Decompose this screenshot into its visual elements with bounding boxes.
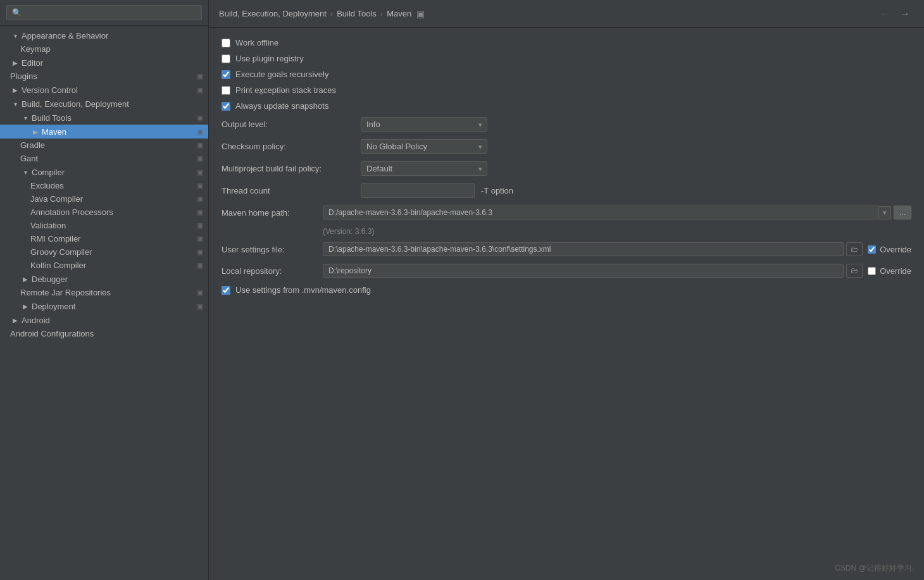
search-input[interactable] bbox=[6, 5, 202, 20]
pin-icon: ▣ bbox=[197, 141, 203, 149]
checksum-policy-row: Checksum policy: No Global Policy Fail W… bbox=[222, 139, 911, 154]
pin-icon: ▣ bbox=[197, 128, 203, 136]
execute-goals-row: Execute goals recursively bbox=[222, 70, 911, 79]
print-exception-checkbox[interactable] bbox=[222, 86, 230, 95]
sidebar: ▾ Appearance & Behavior Keymap ▶ Editor … bbox=[0, 0, 209, 580]
sidebar-item-editor[interactable]: ▶ Editor bbox=[0, 56, 208, 70]
output-level-label: Output level: bbox=[222, 120, 361, 129]
sidebar-item-deployment[interactable]: ▶ Deployment ▣ bbox=[0, 299, 208, 313]
sidebar-item-validation[interactable]: Validation ▣ bbox=[0, 219, 208, 232]
breadcrumb-part-2[interactable]: Build Tools bbox=[337, 9, 377, 18]
sidebar-item-build-exec[interactable]: ▾ Build, Execution, Deployment bbox=[0, 97, 208, 111]
sidebar-item-label: Plugins bbox=[10, 71, 37, 81]
collapse-icon: ▾ bbox=[10, 99, 20, 109]
sidebar-item-label: Android Configurations bbox=[10, 329, 94, 338]
sidebar-item-label: Gant bbox=[20, 154, 38, 163]
work-offline-checkbox[interactable] bbox=[222, 39, 230, 47]
sidebar-item-rmi-compiler[interactable]: RMI Compiler ▣ bbox=[0, 232, 208, 245]
sidebar-item-label: Annotation Processors bbox=[30, 207, 113, 217]
always-update-row: Always update snapshots bbox=[222, 101, 911, 111]
local-repo-override-row: Override bbox=[868, 266, 911, 276]
sidebar-item-label: Groovy Compiler bbox=[30, 247, 92, 257]
expand-icon: ▶ bbox=[20, 301, 30, 311]
sidebar-item-plugins[interactable]: Plugins ▣ bbox=[0, 70, 208, 83]
always-update-checkbox[interactable] bbox=[222, 102, 230, 111]
local-repo-override-checkbox[interactable] bbox=[868, 267, 876, 275]
use-settings-mvn-label: Use settings from .mvn/maven.config bbox=[235, 285, 371, 295]
sidebar-item-excludes[interactable]: Excludes ▣ bbox=[0, 179, 208, 192]
breadcrumb-part-3[interactable]: Maven bbox=[387, 9, 411, 18]
use-plugin-registry-row: Use plugin registry bbox=[222, 54, 911, 63]
checksum-policy-select[interactable]: No Global Policy Fail Warn Ignore bbox=[361, 139, 487, 154]
use-plugin-registry-label: Use plugin registry bbox=[235, 54, 304, 63]
use-settings-mvn-checkbox[interactable] bbox=[222, 286, 230, 295]
sidebar-item-remote-jar-repos[interactable]: Remote Jar Repositories ▣ bbox=[0, 286, 208, 299]
local-repo-override-label: Override bbox=[880, 266, 911, 276]
sidebar-item-java-compiler[interactable]: Java Compiler ▣ bbox=[0, 192, 208, 206]
sidebar-item-label: Build Tools bbox=[32, 113, 72, 123]
multiproject-policy-select[interactable]: Default Fail At End Never Fail Fail Fast bbox=[361, 161, 487, 176]
sidebar-item-label: Editor bbox=[22, 58, 43, 68]
sidebar-item-annotation-processors[interactable]: Annotation Processors ▣ bbox=[0, 206, 208, 219]
output-level-select-wrapper: Info Debug Warning Error bbox=[361, 117, 487, 132]
sidebar-item-build-tools[interactable]: ▾ Build Tools ▣ bbox=[0, 111, 208, 125]
pin-icon: ▣ bbox=[197, 248, 203, 256]
breadcrumb-sep-1: › bbox=[330, 9, 333, 18]
thread-count-input[interactable] bbox=[361, 183, 475, 198]
thread-count-label: Thread count bbox=[222, 186, 361, 195]
pin-icon: ▣ bbox=[197, 261, 203, 269]
maven-home-dropdown-btn[interactable]: ▾ bbox=[879, 206, 891, 219]
checksum-policy-label: Checksum policy: bbox=[222, 142, 361, 151]
user-settings-override-row: Override bbox=[868, 245, 911, 254]
execute-goals-checkbox[interactable] bbox=[222, 70, 230, 79]
print-exception-label: Print exception stack traces bbox=[235, 85, 336, 95]
sidebar-item-appearance[interactable]: ▾ Appearance & Behavior bbox=[0, 28, 208, 42]
output-level-row: Output level: Info Debug Warning Error bbox=[222, 117, 911, 132]
sidebar-item-gradle[interactable]: Gradle ▣ bbox=[0, 139, 208, 152]
expand-icon: ▶ bbox=[20, 274, 30, 284]
sidebar-item-compiler[interactable]: ▾ Compiler ▣ bbox=[0, 165, 208, 179]
sidebar-item-kotlin-compiler[interactable]: Kotlin Compiler ▣ bbox=[0, 259, 208, 272]
sidebar-item-label: Remote Jar Repositories bbox=[20, 288, 111, 297]
forward-button[interactable]: → bbox=[896, 7, 914, 21]
sidebar-item-gant[interactable]: Gant ▣ bbox=[0, 152, 208, 165]
local-repo-input[interactable] bbox=[323, 264, 844, 278]
maven-home-browse-btn[interactable]: ... bbox=[894, 206, 911, 219]
pin-icon: ▣ bbox=[197, 114, 203, 122]
maven-home-label: Maven home path: bbox=[222, 208, 323, 218]
pin-icon: ▣ bbox=[197, 182, 203, 190]
use-plugin-registry-checkbox[interactable] bbox=[222, 54, 230, 63]
sidebar-item-version-control[interactable]: ▶ Version Control ▣ bbox=[0, 83, 208, 97]
sidebar-item-groovy-compiler[interactable]: Groovy Compiler ▣ bbox=[0, 245, 208, 259]
sidebar-item-label: RMI Compiler bbox=[30, 234, 80, 244]
user-settings-input[interactable] bbox=[323, 242, 844, 256]
sidebar-item-keymap[interactable]: Keymap bbox=[0, 42, 208, 56]
breadcrumb-bar: Build, Execution, Deployment › Build Too… bbox=[209, 0, 924, 28]
breadcrumb-pin-icon: ▣ bbox=[416, 9, 425, 19]
watermark: CSDN @记得好好学习. bbox=[835, 563, 914, 574]
breadcrumb-sep-2: › bbox=[380, 9, 383, 18]
pin-icon: ▣ bbox=[197, 221, 203, 230]
sidebar-item-maven[interactable]: ▶ Maven ▣ bbox=[0, 125, 208, 139]
sidebar-item-label: Kotlin Compiler bbox=[30, 261, 86, 270]
sidebar-item-android-config[interactable]: Android Configurations bbox=[0, 327, 208, 340]
maven-version: (Version: 3.6.3) bbox=[323, 227, 911, 236]
breadcrumb-part-1[interactable]: Build, Execution, Deployment bbox=[219, 9, 327, 18]
local-repo-folder-btn[interactable]: 🗁 bbox=[846, 264, 863, 278]
output-level-select[interactable]: Info Debug Warning Error bbox=[361, 117, 487, 132]
user-settings-override-checkbox[interactable] bbox=[868, 245, 876, 254]
collapse-icon: ▾ bbox=[20, 113, 30, 123]
t-option-label: -T option bbox=[481, 186, 513, 195]
pin-icon: ▣ bbox=[197, 168, 203, 176]
sidebar-item-android[interactable]: ▶ Android bbox=[0, 313, 208, 327]
maven-home-input[interactable] bbox=[323, 206, 879, 219]
multiproject-policy-row: Multiproject build fail policy: Default … bbox=[222, 161, 911, 176]
local-repo-row: Local repository: 🗁 Override bbox=[222, 264, 911, 278]
pin-icon: ▣ bbox=[197, 195, 203, 203]
back-button[interactable]: ← bbox=[876, 7, 894, 21]
use-settings-mvn-row: Use settings from .mvn/maven.config bbox=[222, 285, 911, 295]
sidebar-item-label: Compiler bbox=[32, 168, 65, 177]
user-settings-folder-btn[interactable]: 🗁 bbox=[846, 242, 863, 256]
sidebar-item-debugger[interactable]: ▶ Debugger bbox=[0, 272, 208, 286]
user-settings-label: User settings file: bbox=[222, 245, 323, 254]
